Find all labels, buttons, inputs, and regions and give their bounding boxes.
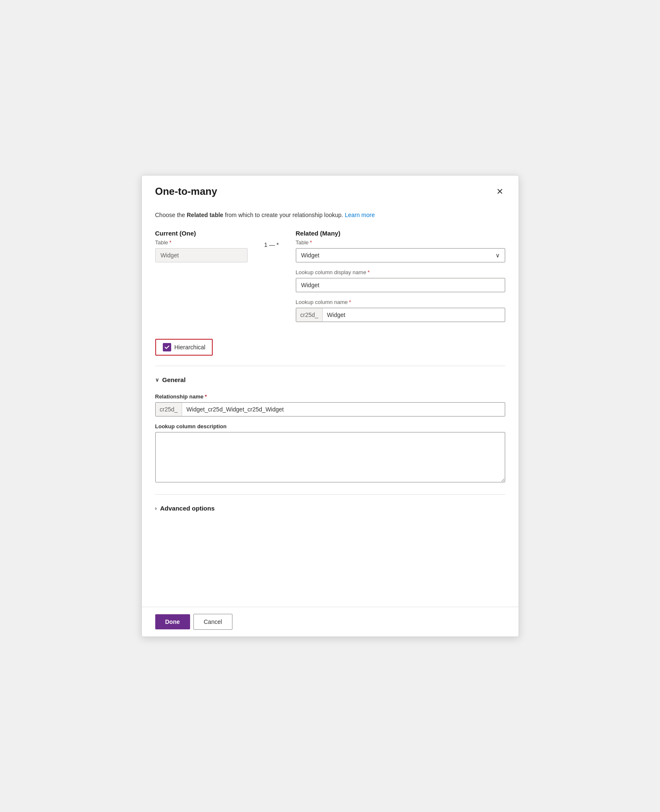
general-section-header[interactable]: ∨ General — [155, 373, 505, 387]
lookup-name-field: Lookup column name* cr25d_ — [296, 299, 505, 322]
relationship-name-input-wrapper: cr25d_ — [155, 402, 505, 416]
lookup-name-label: Lookup column name* — [296, 299, 505, 305]
dialog-header: One-to-many ✕ — [142, 175, 519, 204]
relationship-name-input[interactable] — [182, 403, 504, 416]
related-table-dropdown[interactable]: Widget ∨ — [296, 248, 505, 262]
chevron-down-icon: ∨ — [496, 252, 500, 259]
chevron-right-icon: › — [155, 506, 157, 511]
one-to-many-dialog: One-to-many ✕ Choose the Related table f… — [141, 175, 519, 637]
lookup-display-input[interactable] — [296, 278, 505, 292]
learn-more-link[interactable]: Learn more — [345, 212, 375, 218]
relationship-name-label: Relationship name* — [155, 393, 505, 400]
lookup-display-label: Lookup column display name* — [296, 269, 505, 275]
related-table-field: Table* Widget ∨ — [296, 239, 505, 262]
lookup-name-input[interactable] — [323, 308, 504, 322]
advanced-options-header[interactable]: › Advanced options — [155, 501, 505, 515]
checkmark-icon — [164, 345, 170, 350]
dialog-body: Choose the Related table from which to c… — [142, 204, 519, 607]
advanced-options-section: › Advanced options — [155, 501, 505, 515]
current-section: Current (One) Table* Widget — [155, 230, 248, 262]
close-button[interactable]: ✕ — [495, 186, 505, 197]
current-table-input: Widget — [155, 248, 248, 262]
lookup-description-textarea[interactable] — [155, 432, 505, 482]
related-header: Related (Many) — [296, 230, 505, 237]
close-icon: ✕ — [496, 187, 503, 196]
chevron-down-icon: ∨ — [155, 377, 159, 383]
lookup-name-prefix: cr25d_ — [296, 308, 323, 322]
lookup-name-input-wrapper: cr25d_ — [296, 308, 505, 322]
relationship-name-field: Relationship name* cr25d_ — [155, 393, 505, 416]
done-button[interactable]: Done — [155, 614, 190, 629]
relationship-arrow: 1 — * — [264, 230, 279, 252]
related-section: Related (Many) Table* Widget ∨ Lookup co… — [296, 230, 505, 329]
related-table-label: Table* — [296, 239, 505, 246]
relationship-name-prefix: cr25d_ — [156, 403, 183, 416]
current-table-label: Table* — [155, 239, 248, 246]
columns-row: Current (One) Table* Widget 1 — * Relate… — [155, 230, 505, 329]
lookup-description-field: Lookup column description — [155, 423, 505, 484]
description-text: Choose the Related table from which to c… — [155, 211, 505, 220]
lookup-display-field: Lookup column display name* — [296, 269, 505, 292]
divider-1 — [155, 366, 505, 366]
hierarchical-label: Hierarchical — [175, 344, 206, 351]
general-section-content: Relationship name* cr25d_ Lookup column … — [155, 393, 505, 484]
dialog-title: One-to-many — [155, 186, 217, 197]
current-header: Current (One) — [155, 230, 248, 237]
lookup-description-label: Lookup column description — [155, 423, 505, 430]
dialog-footer: Done Cancel — [142, 607, 519, 637]
divider-2 — [155, 494, 505, 495]
cancel-button[interactable]: Cancel — [193, 614, 233, 630]
hierarchical-checkbox — [163, 343, 171, 351]
hierarchical-checkbox-label[interactable]: Hierarchical — [155, 339, 213, 356]
hierarchical-section: Hierarchical — [155, 339, 505, 356]
general-section: ∨ General Relationship name* cr25d_ Look… — [155, 373, 505, 484]
